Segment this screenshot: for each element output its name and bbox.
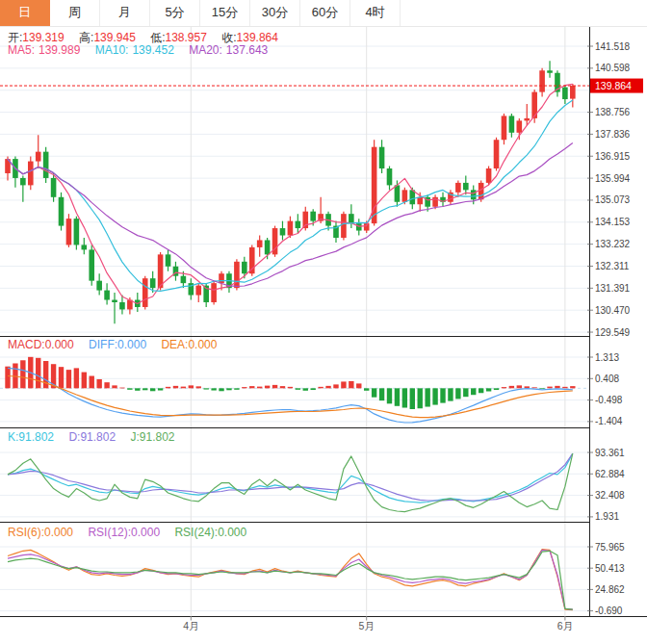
rsi24-label: RSI(24): [174,526,218,539]
y-axis-label: 136.915 [595,151,631,162]
dea-value: 0.000 [188,338,217,351]
k-value: 91.802 [18,430,54,444]
d-label: D: [68,430,80,444]
open-value: 139.319 [22,31,64,44]
tab-30min[interactable]: 30分 [250,0,300,26]
y-axis-label: 32.408 [595,490,625,501]
macd-label: MACD: [8,338,45,351]
ma5-value: 139.989 [39,43,80,57]
tab-month[interactable]: 月 [100,0,150,26]
x-axis-label: 5月 [359,620,375,631]
y-axis-label: 131.391 [595,283,631,294]
k-label: K: [8,430,18,444]
y-axis-label: 135.073 [595,194,631,205]
current-price-value: 139.864 [595,80,632,91]
macd-legend: MACD:0.000 DIFF:0.000 DEA:0.000 [8,338,228,351]
j-label: J: [130,430,139,444]
kdj-legend: K:91.802 D:91.802 J:91.802 [8,430,186,444]
tab-day[interactable]: 日 [0,0,50,26]
open-label: 开: [8,31,22,44]
y-axis-label: 137.836 [595,129,631,140]
tab-week[interactable]: 周 [50,0,100,26]
y-axis-label: 130.470 [595,305,631,316]
y-axis-label: -0.498 [595,395,623,405]
rsi6-label: RSI(6): [8,526,44,539]
rsi24-value: 0.000 [218,526,246,539]
d-line [8,453,573,501]
diff-label: DIFF: [89,338,117,351]
low-label: 低: [150,31,165,44]
tab-60min[interactable]: 60分 [300,0,350,26]
y-axis-label: 50.413 [595,563,625,574]
tab-15min[interactable]: 15分 [200,0,250,26]
y-axis-label: 93.361 [595,448,625,458]
y-axis-label: 134.153 [595,217,631,227]
macd-histogram [5,357,575,409]
x-axis-label: 6月 [557,620,573,631]
candlestick-series [5,61,575,323]
x-axis-label: 4月 [183,620,198,631]
y-axis-label: 140.598 [595,63,631,73]
y-axis-label: 1.313 [595,352,619,363]
y-axis-label: -1.404 [595,416,623,426]
macd-value: 0.000 [45,338,74,351]
ma10-value: 139.452 [132,43,173,57]
diff-value: 0.000 [117,338,146,351]
x-axis: 4月5月6月 [183,616,573,631]
close-value: 139.864 [237,31,278,44]
dea-label: DEA: [161,338,188,351]
rsi12-label: RSI(12): [88,526,131,539]
kline-chart-app: 141.518140.598138.756137.836136.915135.9… [0,0,647,644]
j-value: 91.802 [140,430,175,444]
ma5-label: MA5: [8,43,35,57]
high-label: 高: [79,31,93,44]
y-axis-label: 141.518 [595,41,631,52]
rsi-legend: RSI(6):0.000 RSI(12):0.000 RSI(24):0.000 [8,526,258,539]
ma20-label: MA20: [189,43,222,57]
rsi12-value: 0.000 [131,526,160,539]
ma10-label: MA10: [95,43,129,57]
d-value: 91.802 [80,430,116,444]
current-price-tag: 139.864 [590,79,643,93]
close-label: 收: [221,31,236,44]
ma20-value: 137.643 [226,43,268,57]
y-axis-label: 129.549 [595,327,631,338]
j-line [8,453,573,512]
y-axis-label: 62.884 [595,469,625,479]
y-axis-label: 135.994 [595,173,631,184]
y-axis-label: 75.965 [595,542,625,553]
tab-4hour[interactable]: 4时 [350,0,401,26]
rsi12-line [8,550,573,609]
y-axis-label: 132.311 [595,261,630,271]
y-axis-label: 0.408 [595,374,619,384]
chart-canvas[interactable]: 141.518140.598138.756137.836136.915135.9… [0,0,647,644]
low-value: 138.957 [166,31,207,44]
ma-legend: MA5:139.989 MA10:139.452 MA20:137.643 [8,43,279,57]
y-axis-label: 133.232 [595,239,631,249]
high-value: 139.945 [93,31,135,44]
rsi6-value: 0.000 [44,526,73,539]
y-axis-label: 138.756 [595,107,631,117]
y-axis-label: 24.862 [595,584,625,595]
tab-5min[interactable]: 5分 [150,0,200,26]
y-axis-label: -0.690 [595,605,623,616]
timeframe-tabbar: 日周月5分15分30分60分4时 [0,0,647,27]
y-axis-label: 1.931 [595,511,619,522]
y-axis: 141.518140.598138.756137.836136.915135.9… [587,41,631,617]
